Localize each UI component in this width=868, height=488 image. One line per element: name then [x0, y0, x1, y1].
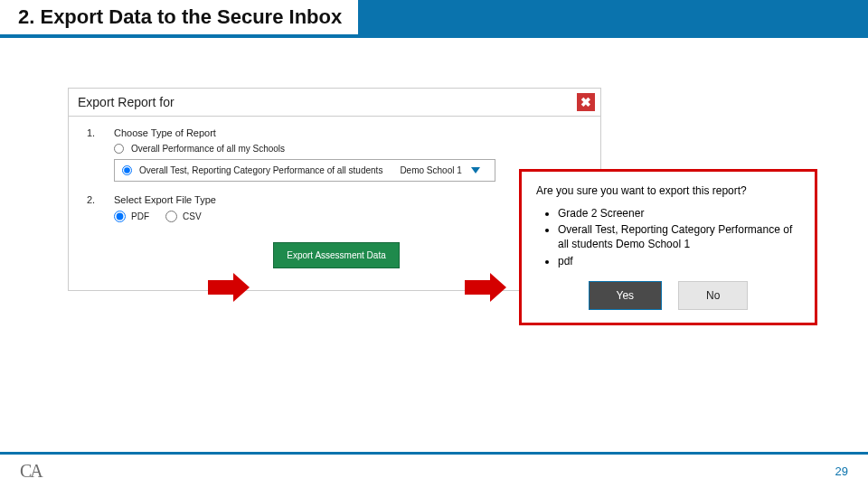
option-all-schools-label: Overall Performance of all my Schools [131, 144, 285, 154]
step-2-number: 2. [87, 194, 101, 205]
slide-footer: CA 29 [0, 452, 868, 488]
option-csv-label: CSV [183, 211, 202, 221]
step-2: 2. Select Export File Type PDF CSV [87, 194, 586, 222]
step-1-number: 1. [87, 127, 101, 138]
caret-down-icon [471, 167, 480, 174]
confirm-item: Overall Test, Reporting Category Perform… [558, 222, 800, 251]
confirm-export-dialog: Are you sure you want to export this rep… [519, 169, 817, 325]
slide-title: 2. Export Data to the Secure Inbox [0, 0, 358, 34]
option-pdf[interactable]: PDF [114, 211, 149, 222]
export-panel-header: Export Report for ✖ [69, 89, 600, 117]
option-all-students-label: Overall Test, Reporting Category Perform… [139, 165, 382, 175]
logo: CA [20, 461, 42, 482]
confirm-question: Are you sure you want to export this rep… [536, 184, 800, 197]
content-area: Export Report for ✖ 1. Choose Type of Re… [0, 38, 868, 452]
confirm-item: pdf [558, 254, 800, 268]
confirm-list: Grade 2 Screener Overall Test, Reporting… [558, 206, 800, 268]
step-1: 1. Choose Type of Report Overall Perform… [87, 127, 586, 182]
yes-button[interactable]: Yes [589, 281, 663, 310]
no-button[interactable]: No [678, 281, 748, 310]
step-2-title: Select Export File Type [114, 194, 216, 205]
radio-csv[interactable] [165, 211, 177, 222]
step-1-title: Choose Type of Report [114, 127, 216, 138]
radio-all-students[interactable] [122, 165, 132, 175]
option-all-schools[interactable]: Overall Performance of all my Schools [114, 144, 586, 154]
page-number: 29 [835, 465, 848, 478]
confirm-item: Grade 2 Screener [558, 206, 800, 221]
radio-pdf[interactable] [114, 211, 126, 222]
export-panel-title: Export Report for [78, 95, 175, 109]
option-all-students[interactable]: Overall Test, Reporting Category Perform… [114, 159, 495, 182]
radio-all-schools[interactable] [114, 144, 124, 154]
close-button[interactable]: ✖ [577, 93, 595, 111]
option-pdf-label: PDF [131, 211, 149, 221]
option-csv[interactable]: CSV [165, 211, 202, 222]
close-icon: ✖ [580, 95, 591, 109]
slide-title-bar: 2. Export Data to the Secure Inbox [0, 0, 868, 38]
school-dropdown[interactable]: Demo School 1 [392, 164, 486, 177]
export-assessment-data-button[interactable]: Export Assessment Data [273, 242, 400, 268]
school-dropdown-value: Demo School 1 [400, 165, 461, 175]
